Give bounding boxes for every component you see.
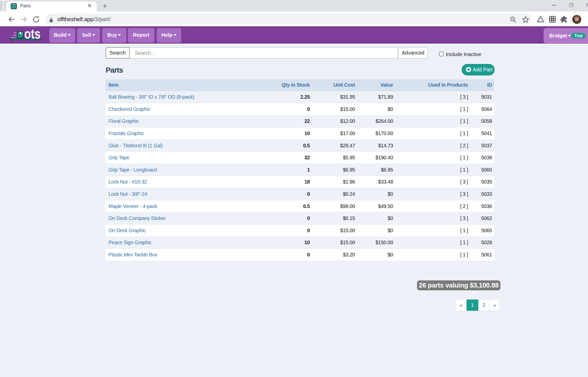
svg-text:ots: ots (24, 27, 41, 41)
